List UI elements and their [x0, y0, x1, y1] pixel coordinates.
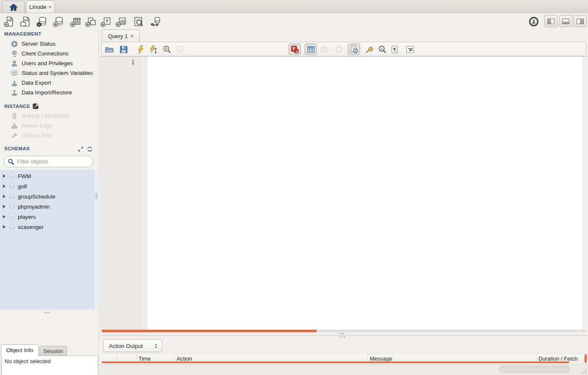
line-number-gutter: 1: [100, 57, 140, 333]
sidebar-splitter-handle[interactable]: [44, 312, 50, 314]
sidebar-item-label: Data Import/Restore: [22, 89, 72, 96]
schema-tree-scrollbar[interactable]: [95, 170, 98, 309]
output-selector[interactable]: Action Output ▲▼: [103, 339, 162, 352]
schema-icon: [8, 214, 15, 220]
schema-node-golf[interactable]: golf: [0, 181, 99, 191]
connection-tab-label: Linode: [29, 4, 47, 10]
svg-text:¶: ¶: [393, 47, 396, 53]
schema-name: phpmyadmin: [18, 204, 50, 210]
editor-vertical-scrollbar[interactable]: [582, 57, 588, 333]
sidebar-item-server-logs[interactable]: Server Logs: [0, 121, 99, 130]
home-tab[interactable]: [2, 1, 25, 13]
output-selector-value: Action Output: [109, 343, 143, 349]
search-icon: [8, 158, 14, 165]
commit-button[interactable]: [319, 45, 329, 54]
open-file-button[interactable]: [104, 45, 114, 54]
toggle-word-wrap-button[interactable]: [405, 45, 415, 54]
tab-label: Object Info: [6, 347, 33, 353]
schema-inspector-button[interactable]: i: [36, 15, 48, 28]
sql-editor[interactable]: 1: [100, 56, 588, 333]
scrollbar-thumb[interactable]: [102, 330, 317, 332]
expander-icon[interactable]: [3, 174, 6, 178]
toggle-right-panel-button[interactable]: [574, 15, 587, 27]
options-file-icon: [11, 132, 18, 139]
right-panel-icon: [577, 19, 584, 24]
object-info-panel: No object selected: [1, 356, 98, 375]
rollback-button[interactable]: [334, 45, 344, 54]
home-icon: [9, 3, 18, 11]
sidebar-item-data-export[interactable]: Data Export: [0, 78, 99, 88]
create-function-button[interactable]: {()}: [115, 15, 128, 28]
schema-name: scavenger: [18, 224, 44, 230]
create-table-button[interactable]: [69, 15, 82, 28]
schema-node-fwm[interactable]: FWM: [0, 171, 99, 181]
tab-object-info[interactable]: Object Info: [1, 345, 39, 356]
sidebar-item-startup-shutdown[interactable]: Startup / Shutdown: [0, 111, 99, 121]
data-export-icon: [11, 80, 18, 86]
output-horizontal-scrollbar[interactable]: [102, 361, 569, 363]
schema-node-scavenger[interactable]: scavenger: [0, 222, 99, 232]
output-splitter-handle[interactable]: [338, 333, 344, 335]
toggle-stop-on-error-button[interactable]: [288, 44, 301, 55]
left-panel-icon: [547, 19, 555, 24]
limit-rows-button[interactable]: [305, 44, 317, 55]
schema-tree: FWM golf groupSchedule phpmyadmin player…: [0, 170, 99, 309]
expander-icon[interactable]: [3, 205, 6, 208]
expand-icon[interactable]: [78, 146, 83, 152]
create-schema-button[interactable]: [52, 15, 65, 28]
output-splitter-handle-2[interactable]: [339, 336, 345, 338]
expander-icon[interactable]: [3, 225, 6, 229]
beautify-button[interactable]: [364, 45, 374, 54]
execute-current-statement-button[interactable]: [148, 45, 158, 54]
toggle-invisible-chars-button[interactable]: ¶: [390, 45, 400, 54]
create-view-button[interactable]: [84, 15, 97, 28]
svg-text:SQL: SQL: [8, 19, 13, 22]
open-sql-script-button[interactable]: SQL: [19, 15, 32, 28]
execute-button[interactable]: [136, 45, 146, 54]
sidebar-item-data-import[interactable]: Data Import/Restore: [0, 88, 99, 97]
sidebar-item-label: Data Export: [22, 80, 51, 86]
find-button[interactable]: A: [377, 45, 388, 54]
tab-query-1[interactable]: Query 1 ×: [102, 30, 140, 42]
spinner-arrows-icon: ▲▼: [155, 343, 158, 349]
main-toolbar: SQL SQL i {()}: [0, 13, 588, 30]
toggle-output-panel-button[interactable]: [559, 15, 572, 27]
output-vertical-scrollbar[interactable]: [585, 354, 587, 363]
sidebar-item-label: Server Logs: [22, 122, 52, 129]
create-procedure-button[interactable]: [100, 15, 112, 28]
schema-node-players[interactable]: players: [0, 212, 99, 222]
corner-scrollbar-thumb[interactable]: [499, 366, 570, 373]
toggle-left-panel-button[interactable]: [544, 15, 557, 27]
sidebar-item-label: Options File: [22, 132, 51, 138]
connection-tab[interactable]: Linode ×: [26, 0, 55, 13]
user-badge-icon[interactable]: [527, 15, 540, 28]
expander-icon[interactable]: [3, 215, 6, 218]
expander-icon[interactable]: [3, 185, 6, 188]
close-icon[interactable]: ×: [130, 33, 134, 39]
sidebar-item-label: Server Status: [22, 41, 55, 47]
search-table-data-button[interactable]: [132, 15, 145, 28]
refresh-icon[interactable]: [87, 146, 93, 152]
editor-horizontal-scrollbar[interactable]: [102, 330, 586, 332]
schema-node-phpmyadmin[interactable]: phpmyadmin: [0, 201, 99, 212]
schema-filter[interactable]: [4, 156, 93, 167]
sidebar-item-label: Status and System Variables: [22, 70, 93, 76]
sync-database-button[interactable]: [149, 15, 162, 28]
sidebar-item-server-status[interactable]: Server Status: [0, 39, 99, 49]
sidebar-item-users-privileges[interactable]: Users and Privileges: [0, 58, 99, 68]
toggle-autocommit-button[interactable]: [348, 44, 360, 55]
client-connections-icon: [11, 50, 18, 57]
stop-button[interactable]: [175, 45, 186, 54]
schema-filter-input[interactable]: [17, 158, 85, 165]
sidebar-item-status-variables[interactable]: Status and System Variables: [0, 68, 99, 78]
sidebar-item-client-connections[interactable]: Client Connections: [0, 49, 99, 58]
explain-plan-button[interactable]: [162, 45, 172, 54]
tab-session[interactable]: Session: [39, 346, 67, 356]
schema-node-groupschedule[interactable]: groupSchedule: [0, 191, 99, 201]
save-button[interactable]: [119, 45, 129, 54]
close-icon[interactable]: ×: [48, 4, 52, 10]
new-sql-tab-button[interactable]: SQL: [3, 15, 16, 28]
expander-icon[interactable]: [3, 195, 6, 198]
sidebar: MANAGEMENT Server Status Client Connecti…: [0, 30, 99, 364]
sidebar-item-options-file[interactable]: Options File: [0, 130, 99, 140]
